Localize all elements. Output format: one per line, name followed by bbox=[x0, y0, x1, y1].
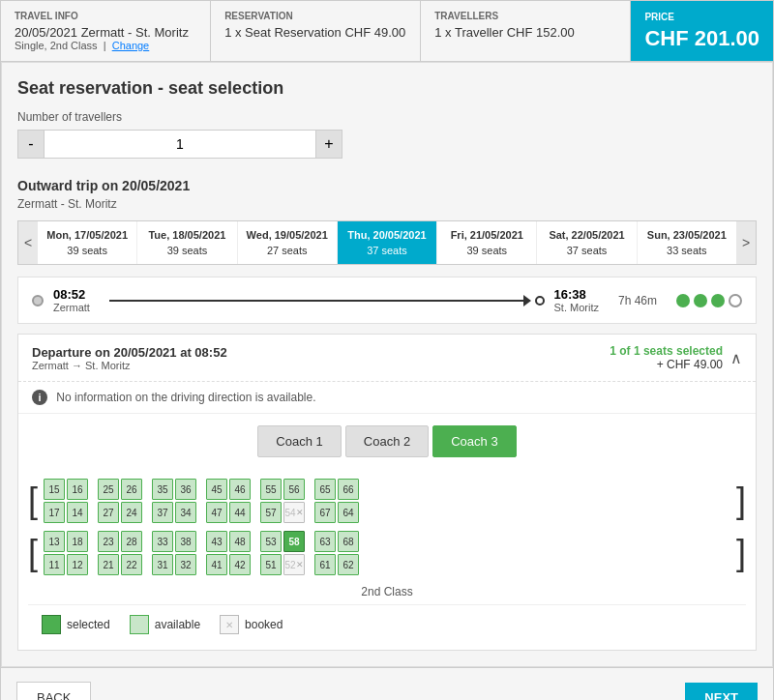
coach-3-button[interactable]: Coach 3 bbox=[432, 425, 516, 457]
seat-18[interactable]: 18 bbox=[67, 531, 88, 552]
seat-24[interactable]: 24 bbox=[121, 502, 142, 523]
seat-48[interactable]: 48 bbox=[229, 531, 251, 552]
coach-buttons: Coach 1 Coach 2 Coach 3 bbox=[18, 414, 756, 469]
seat-44[interactable]: 44 bbox=[229, 502, 251, 523]
journey-icon-2 bbox=[694, 294, 707, 307]
seat-14[interactable]: 14 bbox=[67, 502, 88, 523]
seat-43[interactable]: 43 bbox=[206, 531, 227, 552]
seat-row-group-2: [ 13 18 23 28 33 38 bbox=[28, 531, 746, 575]
seat-63[interactable]: 63 bbox=[314, 531, 336, 552]
date-tab-5[interactable]: Sat, 22/05/2021 37 seats bbox=[537, 221, 637, 264]
journey-destination-dot bbox=[535, 296, 545, 306]
date-tab-1[interactable]: Tue, 18/05/2021 39 seats bbox=[137, 221, 237, 264]
seat-35[interactable]: 35 bbox=[152, 479, 173, 500]
bracket-left-2: [ bbox=[28, 536, 38, 570]
bracket-right-1: ] bbox=[736, 483, 746, 518]
seat-13[interactable]: 13 bbox=[44, 531, 65, 552]
coach-1-button[interactable]: Coach 1 bbox=[257, 425, 341, 457]
seat-67[interactable]: 67 bbox=[314, 502, 336, 523]
seat-28[interactable]: 28 bbox=[121, 531, 142, 552]
seat-row-2-bottom: 11 12 21 22 31 32 41 42 51 bbox=[44, 554, 730, 575]
seat-46[interactable]: 46 bbox=[229, 479, 251, 500]
travellers-minus-button[interactable]: - bbox=[17, 130, 45, 159]
seat-57[interactable]: 57 bbox=[260, 502, 282, 523]
seat-12[interactable]: 12 bbox=[67, 554, 88, 575]
departure-time: 08:52 bbox=[53, 287, 90, 302]
seat-64[interactable]: 64 bbox=[338, 502, 359, 523]
seat-38[interactable]: 38 bbox=[175, 531, 196, 552]
travellers-control: - 1 + bbox=[17, 130, 757, 159]
date-tab-3[interactable]: Thu, 20/05/2021 37 seats bbox=[338, 221, 437, 264]
seat-11[interactable]: 11 bbox=[44, 554, 65, 575]
seat-grid-2: 13 18 23 28 33 38 43 48 53 bbox=[44, 531, 730, 575]
seat-68[interactable]: 68 bbox=[338, 531, 359, 552]
travellers-header-value: 1 x Traveller CHF 152.00 bbox=[434, 25, 616, 40]
legend-available: available bbox=[130, 615, 200, 634]
seat-26[interactable]: 26 bbox=[121, 479, 142, 500]
travel-class-text: Single, 2nd Class bbox=[15, 40, 98, 51]
content-area: Seat reservation - seat selection Number… bbox=[1, 62, 773, 667]
journey-icon-3 bbox=[711, 294, 725, 307]
date-tab-4[interactable]: Fri, 21/05/2021 39 seats bbox=[437, 221, 537, 264]
seat-61[interactable]: 61 bbox=[314, 554, 336, 575]
date-nav-prev[interactable]: < bbox=[18, 221, 38, 264]
seat-66[interactable]: 66 bbox=[338, 479, 359, 500]
seat-15[interactable]: 15 bbox=[44, 479, 65, 500]
seat-41[interactable]: 41 bbox=[206, 554, 227, 575]
seat-32[interactable]: 32 bbox=[175, 554, 196, 575]
coach-2-button[interactable]: Coach 2 bbox=[345, 425, 429, 457]
back-button[interactable]: BACK bbox=[16, 682, 91, 700]
seat-53[interactable]: 53 bbox=[260, 531, 282, 552]
header-bar: TRAVEL INFO 20/05/2021 Zermatt - St. Mor… bbox=[1, 1, 773, 62]
seat-row-2-top: 13 18 23 28 33 38 43 48 53 bbox=[44, 531, 730, 552]
departure-bar: Departure on 20/05/2021 at 08:52 Zermatt… bbox=[17, 334, 757, 651]
travellers-plus-button[interactable]: + bbox=[315, 130, 342, 159]
arrival-time: 16:38 bbox=[554, 287, 599, 302]
seat-56[interactable]: 56 bbox=[283, 479, 305, 500]
travellers-input[interactable]: 1 bbox=[45, 130, 315, 159]
seat-36[interactable]: 36 bbox=[175, 479, 196, 500]
seat-16[interactable]: 16 bbox=[67, 479, 88, 500]
seat-25[interactable]: 25 bbox=[98, 479, 119, 500]
seat-51[interactable]: 51 bbox=[260, 554, 282, 575]
seat-22[interactable]: 22 bbox=[121, 554, 142, 575]
seat-54: 54 bbox=[283, 502, 305, 523]
date-tab-0[interactable]: Mon, 17/05/2021 39 seats bbox=[38, 221, 137, 264]
departure-right: 1 of 1 seats selected + CHF 49.00 ∧ bbox=[610, 344, 742, 371]
seat-47[interactable]: 47 bbox=[206, 502, 227, 523]
seat-62[interactable]: 62 bbox=[338, 554, 359, 575]
seat-23[interactable]: 23 bbox=[98, 531, 119, 552]
seat-42[interactable]: 42 bbox=[229, 554, 251, 575]
seat-45[interactable]: 45 bbox=[206, 479, 227, 500]
legend-booked-box: ✕ bbox=[220, 615, 239, 634]
collapse-button[interactable]: ∧ bbox=[730, 349, 742, 367]
seat-27[interactable]: 27 bbox=[98, 502, 119, 523]
journey-row: 08:52 Zermatt 16:38 St. Moritz 7h 46m bbox=[17, 277, 757, 324]
seat-33[interactable]: 33 bbox=[152, 531, 173, 552]
departure-station: Zermatt bbox=[53, 302, 90, 313]
departure-header: Departure on 20/05/2021 at 08:52 Zermatt… bbox=[18, 335, 756, 382]
legend-selected-box bbox=[42, 615, 61, 634]
seat-row-1-top: 15 16 25 26 35 36 45 46 55 bbox=[44, 479, 730, 500]
reservation-section: RESERVATION 1 x Seat Reservation CHF 49.… bbox=[211, 1, 421, 61]
seat-37[interactable]: 37 bbox=[152, 502, 173, 523]
departure-subtitle: Zermatt → St. Moritz bbox=[32, 360, 227, 371]
seat-21[interactable]: 21 bbox=[98, 554, 119, 575]
seat-65[interactable]: 65 bbox=[314, 479, 336, 500]
departure-right-info: 1 of 1 seats selected + CHF 49.00 bbox=[610, 344, 723, 371]
change-link[interactable]: Change bbox=[112, 40, 150, 51]
seat-55[interactable]: 55 bbox=[260, 479, 282, 500]
seat-17[interactable]: 17 bbox=[44, 502, 65, 523]
footer: BACK NEXT bbox=[1, 667, 773, 700]
journey-icons bbox=[676, 294, 742, 307]
seat-31[interactable]: 31 bbox=[152, 554, 173, 575]
legend-selected: selected bbox=[42, 615, 110, 634]
date-tab-2[interactable]: Wed, 19/05/2021 27 seats bbox=[238, 221, 338, 264]
seat-34[interactable]: 34 bbox=[175, 502, 196, 523]
date-tab-6[interactable]: Sun, 23/05/2021 33 seats bbox=[638, 221, 736, 264]
reservation-value: 1 x Seat Reservation CHF 49.00 bbox=[224, 25, 406, 40]
next-button[interactable]: NEXT bbox=[685, 683, 758, 700]
legend-available-label: available bbox=[155, 618, 200, 631]
seat-58[interactable]: 58 bbox=[283, 531, 305, 552]
date-nav-next[interactable]: > bbox=[736, 221, 756, 264]
